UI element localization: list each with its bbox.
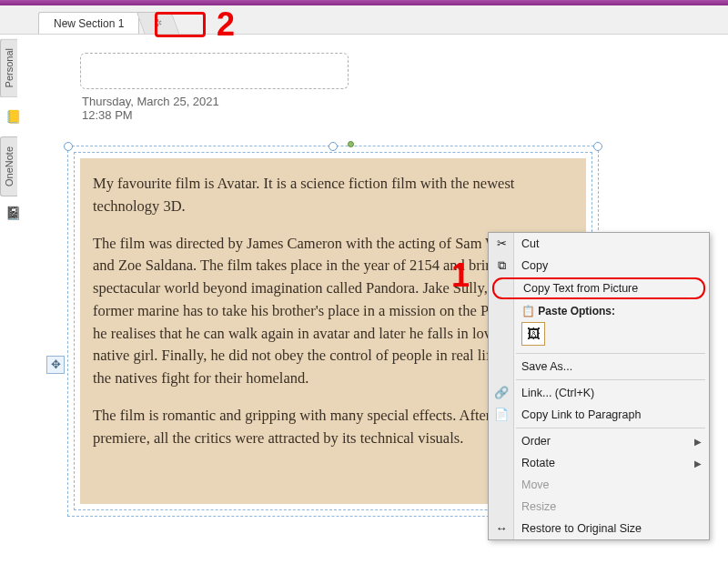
restore-icon: ↔ [493, 520, 510, 537]
resize-handle-tr[interactable] [593, 142, 602, 151]
page-title-input[interactable] [80, 53, 349, 89]
annotation-box-2 [155, 12, 206, 37]
paste-options-row: 🖼 [489, 320, 709, 351]
menu-label-text: Cut [521, 237, 539, 250]
annotation-number-2: 2 [217, 5, 235, 44]
menu-resize: Resize [489, 496, 709, 518]
page-timestamp: Thursday, March 25, 2021 12:38 PM [82, 95, 728, 122]
menu-separator [516, 379, 705, 380]
move-handle-icon[interactable]: ✥ [46, 356, 65, 374]
menu-copy-text-from-picture[interactable]: Copy Text from Picture [492, 277, 705, 299]
submenu-arrow-icon: ▶ [694, 458, 702, 468]
menu-separator [516, 353, 705, 354]
menu-label-text: Save As... [521, 360, 572, 373]
menu-restore-original-size[interactable]: ↔ Restore to Original Size [489, 518, 709, 539]
menu-copy[interactable]: ⧉ Copy [489, 255, 709, 277]
paste-as-picture-button[interactable]: 🖼 [521, 322, 545, 346]
copy-icon: ⧉ [493, 257, 510, 274]
menu-label-text: Move [521, 478, 550, 491]
link-icon: 🔗 [493, 385, 510, 401]
paste-options-label: 📋 Paste Options: [489, 300, 709, 320]
cut-icon: ✂ [493, 236, 510, 252]
submenu-arrow-icon: ▶ [694, 437, 702, 447]
rotate-handle[interactable] [348, 141, 354, 147]
menu-label-text: Copy Text from Picture [523, 282, 638, 295]
menu-label-text: Resize [521, 500, 556, 513]
menu-label-text: Restore to Original Size [521, 522, 642, 535]
context-menu: ✂ Cut ⧉ Copy Copy Text from Picture 📋 Pa… [488, 232, 710, 540]
menu-label-text: Copy Link to Paragraph [521, 408, 641, 421]
menu-label-text: Paste Options: [538, 305, 615, 317]
menu-separator [516, 428, 705, 428]
section-tab-active[interactable]: New Section 1 [38, 12, 139, 34]
copy-link-icon: 📄 [493, 407, 510, 423]
resize-handle-tl[interactable] [64, 142, 73, 151]
menu-label-text: Copy [521, 259, 548, 272]
menu-cut[interactable]: ✂ Cut [489, 233, 709, 255]
menu-copy-link-paragraph[interactable]: 📄 Copy Link to Paragraph [489, 404, 709, 426]
page-time: 12:38 PM [82, 108, 728, 122]
menu-move: Move [489, 474, 709, 496]
resize-handle-tm[interactable] [329, 142, 338, 151]
menu-label-text: Order [521, 435, 551, 448]
menu-label-text: Link... (Ctrl+K) [521, 387, 594, 399]
section-tab-bar: New Section 1 ✲ [0, 5, 728, 35]
page-date: Thursday, March 25, 2021 [82, 95, 728, 108]
annotation-number-1: 1 [451, 257, 470, 295]
menu-link[interactable]: 🔗 Link... (Ctrl+K) [489, 382, 709, 404]
menu-label-text: Rotate [521, 457, 555, 469]
menu-rotate[interactable]: Rotate ▶ [489, 452, 709, 474]
menu-order[interactable]: Order ▶ [489, 430, 709, 452]
menu-save-as[interactable]: Save As... [489, 356, 709, 378]
image-paragraph: My favourite film is Avatar. It is a sci… [93, 173, 573, 218]
paste-icon: 📋 [521, 305, 535, 317]
